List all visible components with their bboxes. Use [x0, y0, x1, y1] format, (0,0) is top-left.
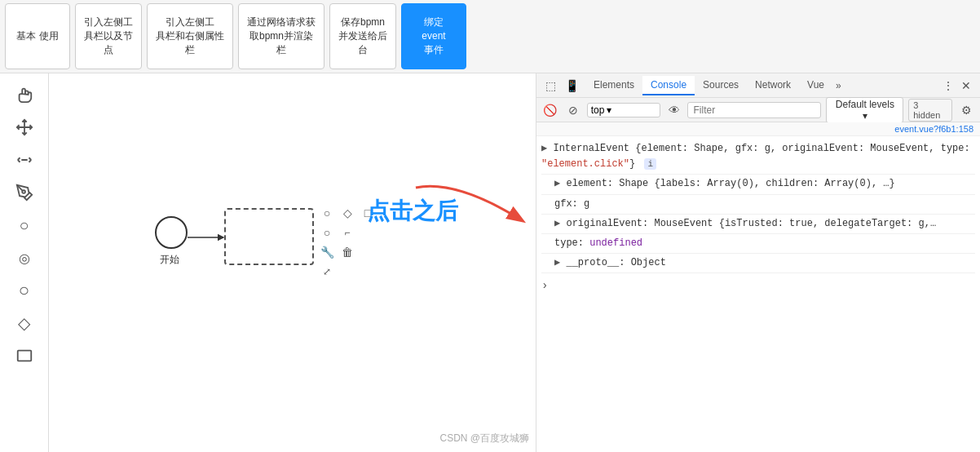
main-area: ○ ◎ ○ ◇ 开始 ○ ◇	[0, 73, 980, 452]
console-entry-original-event: ▶ originalEvent: MouseEvent {isTrusted: …	[541, 215, 975, 234]
gear-icon[interactable]: ⚙	[957, 101, 975, 119]
bottom-expand-arrow[interactable]: ›	[541, 279, 548, 292]
expand-arrow-element[interactable]: ▶	[554, 178, 560, 189]
bottom-expand: ›	[541, 273, 975, 298]
devtools-inspect-icon[interactable]: ⬚	[541, 77, 559, 95]
btn-save-bpmn[interactable]: 保存bpmn并发送给后台	[329, 3, 396, 69]
devtools-panel: ⬚ 📱 Elements Console Sources Network Vue…	[536, 73, 980, 452]
tab-vue[interactable]: Vue	[799, 76, 832, 95]
entry-1-text: InternalEvent {element: Shape, gfx: g, o…	[553, 143, 940, 154]
prop-type-val: undefined	[589, 237, 642, 249]
devtools-close-icon[interactable]: ✕	[957, 77, 975, 95]
ctx-trash-icon[interactable]: 🗑	[338, 243, 356, 261]
left-sidebar: ○ ◎ ○ ◇	[0, 73, 49, 452]
devtools-console-toolbar: 🚫 ⊘ top ▾ 👁 Default levels ▾ 3 hidden ⚙	[536, 98, 980, 122]
prop-type-key: type:	[554, 237, 589, 249]
prop-gfx-key: gfx:	[554, 198, 584, 210]
expand-arrow-proto[interactable]: ▶	[554, 257, 560, 268]
svg-point-0	[22, 190, 25, 193]
rect-tool[interactable]	[10, 341, 39, 370]
filter-icon[interactable]: ⊘	[564, 101, 582, 119]
hidden-badge: 3 hidden	[908, 99, 952, 122]
tab-elements[interactable]: Elements	[585, 76, 642, 95]
prop-element-key: element:	[566, 178, 619, 189]
btn-network-bpmn[interactable]: 通过网络请求获取bpmn并渲染栏	[238, 3, 324, 69]
btn-basic[interactable]: 基本 使用	[5, 3, 70, 69]
bpmn-task[interactable]	[224, 208, 314, 265]
eye-icon[interactable]: 👁	[665, 101, 683, 119]
btn-import-left-right[interactable]: 引入左侧工具栏和右侧属性栏	[147, 3, 233, 69]
tab-more[interactable]: »	[836, 80, 841, 91]
ctx-wrench-icon[interactable]: 🔧	[318, 243, 336, 261]
circle-filled-tool[interactable]: ◎	[10, 243, 39, 273]
context-select-wrap[interactable]: top ▾	[587, 103, 660, 117]
ctx-row-3: 🔧 🗑	[318, 243, 377, 261]
diamond-tool[interactable]: ◇	[10, 308, 39, 338]
devtools-tabs-bar: ⬚ 📱 Elements Console Sources Network Vue…	[536, 73, 980, 98]
svg-rect-1	[17, 351, 31, 361]
click-after-label: 点击之后	[367, 196, 458, 227]
devtools-menu-icon[interactable]: ⋮	[939, 77, 957, 95]
devtools-left-icons: ⬚ 📱	[541, 77, 580, 95]
space-tool[interactable]	[10, 145, 39, 175]
entry-1-text2: type:	[941, 143, 970, 154]
bpmn-start-event[interactable]	[155, 216, 188, 249]
clear-console-icon[interactable]: 🚫	[541, 101, 559, 119]
top-toolbar: 基本 使用 引入左侧工具栏以及节点 引入左侧工具栏和右侧属性栏 通过网络请求获取…	[0, 0, 980, 73]
expand-arrow-orig[interactable]: ▶	[554, 218, 560, 229]
ctx-diamond-icon[interactable]: ◇	[338, 204, 356, 222]
bpmn-start-label: 开始	[145, 253, 194, 267]
filter-input[interactable]	[687, 102, 821, 118]
circle-thick-tool[interactable]: ○	[10, 276, 39, 305]
circle-tool[interactable]: ○	[10, 210, 39, 240]
ctx-row-4: ⤢	[318, 263, 377, 281]
prop-gfx-val: g	[584, 198, 589, 210]
hand-tool[interactable]	[10, 80, 39, 109]
levels-button[interactable]: Default levels ▾	[826, 97, 903, 123]
prop-proto-key: __proto__:	[566, 257, 630, 268]
expand-arrow-1[interactable]: ▶	[541, 143, 547, 154]
entry-1-type-val: "element.click"	[541, 158, 629, 170]
ctx-connect-icon[interactable]: ⌐	[338, 224, 356, 242]
prop-element-val: Shape {labels: Array(0), children: Array…	[619, 178, 894, 189]
ctx-circle2-icon[interactable]: ○	[318, 224, 336, 242]
devtools-filename[interactable]: event.vue?f6b1:158	[536, 122, 980, 136]
canvas-area[interactable]: 开始 ○ ◇ □ ○ ⌐ 🔧 🗑	[49, 73, 536, 452]
move-tool[interactable]	[10, 113, 39, 142]
tab-network[interactable]: Network	[747, 76, 799, 95]
prop-orig-val: MouseEvent {isTrusted: true, delegateTar…	[654, 218, 936, 229]
console-output: ▶ InternalEvent {element: Shape, gfx: g,…	[536, 136, 980, 452]
context-select-value: top	[591, 104, 605, 116]
devtools-mobile-icon[interactable]: 📱	[563, 77, 580, 95]
prop-proto-val: Object	[631, 257, 666, 268]
prop-orig-key: originalEvent:	[566, 218, 654, 229]
ctx-circle-icon[interactable]: ○	[318, 204, 336, 222]
console-entry-gfx: gfx: g	[541, 195, 975, 215]
tab-sources[interactable]: Sources	[695, 76, 747, 95]
btn-bind-event[interactable]: 绑定event事件	[401, 3, 466, 69]
console-entry-1: ▶ InternalEvent {element: Shape, gfx: g,…	[541, 140, 975, 175]
entry-1-badge: i	[644, 158, 656, 170]
console-entry-element: ▶ element: Shape {labels: Array(0), chil…	[541, 175, 975, 194]
pen-tool[interactable]	[10, 178, 39, 207]
watermark: CSDN @百度攻城狮	[439, 432, 529, 445]
btn-import-left[interactable]: 引入左侧工具栏以及节点	[75, 3, 142, 69]
context-select-dropdown[interactable]: ▾	[607, 104, 611, 116]
tab-console[interactable]: Console	[642, 76, 695, 95]
console-entry-proto: ▶ __proto__: Object	[541, 254, 975, 273]
console-entry-type: type: undefined	[541, 234, 975, 254]
ctx-expand-icon[interactable]: ⤢	[318, 263, 336, 281]
bpmn-sequence-flow	[188, 231, 228, 244]
